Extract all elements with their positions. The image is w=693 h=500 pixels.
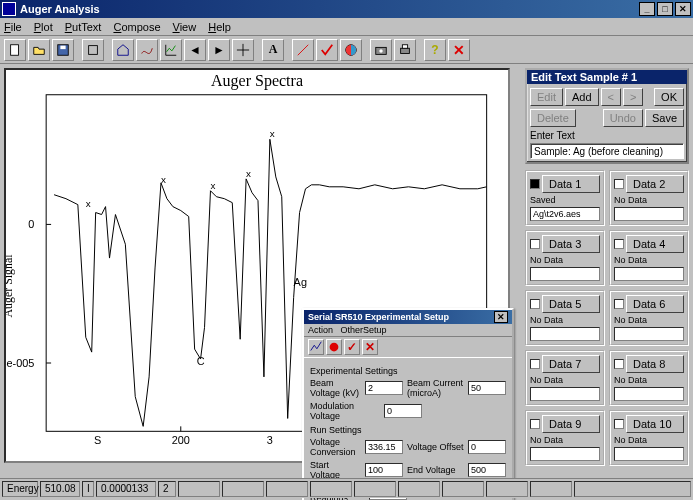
slot-filename-input[interactable] bbox=[530, 207, 600, 221]
start-v-input[interactable] bbox=[365, 463, 403, 477]
slot-button[interactable]: Data 5 bbox=[542, 295, 600, 313]
start-v-label: Start Voltage bbox=[310, 460, 361, 480]
volt-off-input[interactable] bbox=[468, 440, 506, 454]
dialog-run-icon[interactable] bbox=[308, 339, 324, 355]
slot-checkbox[interactable] bbox=[530, 359, 540, 369]
minimize-button[interactable]: _ bbox=[639, 2, 655, 16]
data-slot-2: Data 2No Data bbox=[609, 170, 689, 226]
data-slot-1: Data 1Saved bbox=[525, 170, 605, 226]
svg-rect-8 bbox=[401, 48, 410, 53]
menu-puttext[interactable]: PutText bbox=[65, 21, 102, 33]
volt-conv-input[interactable] bbox=[365, 440, 403, 454]
slot-button[interactable]: Data 6 bbox=[626, 295, 684, 313]
add-button[interactable]: Add bbox=[565, 88, 599, 106]
slot-checkbox[interactable] bbox=[614, 419, 624, 429]
end-v-input[interactable] bbox=[468, 463, 506, 477]
save-icon[interactable] bbox=[52, 39, 74, 61]
slot-checkbox[interactable] bbox=[530, 179, 540, 189]
help-icon[interactable]: ? bbox=[424, 39, 446, 61]
slot-filename-input[interactable] bbox=[614, 447, 684, 461]
slot-checkbox[interactable] bbox=[614, 239, 624, 249]
next-icon[interactable]: ► bbox=[208, 39, 230, 61]
text-icon[interactable]: A bbox=[262, 39, 284, 61]
dialog-menu-other[interactable]: OtherSetup bbox=[341, 325, 387, 335]
house-icon[interactable] bbox=[112, 39, 134, 61]
dialog-close-icon[interactable]: ✕ bbox=[494, 311, 508, 323]
prev-text-button[interactable]: < bbox=[601, 88, 621, 106]
slot-button[interactable]: Data 7 bbox=[542, 355, 600, 373]
menu-file[interactable]: File bbox=[4, 21, 22, 33]
slot-status: No Data bbox=[530, 435, 600, 445]
slot-filename-input[interactable] bbox=[614, 267, 684, 281]
beam-voltage-input[interactable] bbox=[365, 381, 403, 395]
slot-status: No Data bbox=[614, 255, 684, 265]
save-button[interactable]: Save bbox=[645, 109, 684, 127]
line-icon[interactable] bbox=[292, 39, 314, 61]
svg-text:x: x bbox=[270, 128, 275, 139]
svg-text:0: 0 bbox=[28, 218, 34, 230]
dialog-stop-icon[interactable] bbox=[326, 339, 342, 355]
box-icon[interactable] bbox=[82, 39, 104, 61]
menu-view[interactable]: View bbox=[173, 21, 197, 33]
prev-icon[interactable]: ◄ bbox=[184, 39, 206, 61]
ok-button[interactable]: OK bbox=[654, 88, 684, 106]
slot-button[interactable]: Data 9 bbox=[542, 415, 600, 433]
dialog-accept-icon[interactable]: ✓ bbox=[344, 339, 360, 355]
mod-voltage-input[interactable] bbox=[384, 404, 422, 418]
camera-icon[interactable] bbox=[370, 39, 392, 61]
menu-help[interactable]: Help bbox=[208, 21, 231, 33]
edit-button[interactable]: Edit bbox=[530, 88, 563, 106]
slot-checkbox[interactable] bbox=[614, 299, 624, 309]
data-slot-7: Data 7No Data bbox=[525, 350, 605, 406]
menu-plot[interactable]: Plot bbox=[34, 21, 53, 33]
svg-text:x: x bbox=[86, 198, 91, 209]
scale-icon[interactable] bbox=[160, 39, 182, 61]
svg-text:Ag: Ag bbox=[294, 276, 307, 288]
volt-conv-label: Voltage Conversion bbox=[310, 437, 361, 457]
status-energy-label: Energy bbox=[2, 481, 38, 497]
slot-checkbox[interactable] bbox=[530, 419, 540, 429]
delete-button[interactable]: Delete bbox=[530, 109, 576, 127]
new-icon[interactable] bbox=[4, 39, 26, 61]
slot-checkbox[interactable] bbox=[614, 359, 624, 369]
slot-filename-input[interactable] bbox=[614, 387, 684, 401]
slot-checkbox[interactable] bbox=[530, 239, 540, 249]
print-icon[interactable] bbox=[394, 39, 416, 61]
data-slot-3: Data 3No Data bbox=[525, 230, 605, 286]
dialog-cancel-icon[interactable]: ✕ bbox=[362, 339, 378, 355]
slot-button[interactable]: Data 1 bbox=[542, 175, 600, 193]
slot-status: No Data bbox=[614, 195, 684, 205]
mod-voltage-label: Modulation Voltage bbox=[310, 401, 380, 421]
slot-button[interactable]: Data 3 bbox=[542, 235, 600, 253]
curve-icon[interactable] bbox=[136, 39, 158, 61]
slot-filename-input[interactable] bbox=[530, 267, 600, 281]
slot-checkbox[interactable] bbox=[530, 299, 540, 309]
slot-button[interactable]: Data 2 bbox=[626, 175, 684, 193]
app-icon bbox=[2, 2, 16, 16]
svg-text:x: x bbox=[246, 168, 251, 179]
slot-button[interactable]: Data 4 bbox=[626, 235, 684, 253]
slot-filename-input[interactable] bbox=[530, 327, 600, 341]
slot-filename-input[interactable] bbox=[530, 447, 600, 461]
close-button[interactable]: ✕ bbox=[675, 2, 691, 16]
menu-compose[interactable]: Compose bbox=[113, 21, 160, 33]
next-text-button[interactable]: > bbox=[623, 88, 643, 106]
enter-text-input[interactable] bbox=[530, 143, 684, 159]
setup-dialog: Serial SR510 Experimental Setup ✕ Action… bbox=[302, 308, 514, 500]
beam-current-input[interactable] bbox=[468, 381, 506, 395]
undo-button[interactable]: Undo bbox=[603, 109, 643, 127]
slot-filename-input[interactable] bbox=[614, 207, 684, 221]
slot-button[interactable]: Data 10 bbox=[626, 415, 684, 433]
maximize-button[interactable]: □ bbox=[657, 2, 673, 16]
slot-button[interactable]: Data 8 bbox=[626, 355, 684, 373]
exit-icon[interactable]: ✕ bbox=[448, 39, 470, 61]
check-icon[interactable] bbox=[316, 39, 338, 61]
open-icon[interactable] bbox=[28, 39, 50, 61]
circle-icon[interactable] bbox=[340, 39, 362, 61]
dialog-menu-action[interactable]: Action bbox=[308, 325, 333, 335]
slot-checkbox[interactable] bbox=[614, 179, 624, 189]
crosshair-icon[interactable] bbox=[232, 39, 254, 61]
edit-text-panel: Edit Text Sample # 1 Edit Add < > OK Del… bbox=[525, 68, 689, 164]
slot-filename-input[interactable] bbox=[530, 387, 600, 401]
slot-filename-input[interactable] bbox=[614, 327, 684, 341]
